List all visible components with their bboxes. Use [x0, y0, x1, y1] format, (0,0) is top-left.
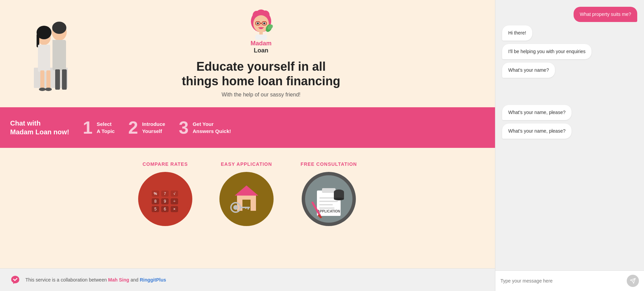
svg-rect-56: [242, 200, 251, 211]
hero-couple-image: [0, 0, 95, 98]
hero-title: Educate yourself in all things home loan…: [176, 59, 346, 88]
svg-text:6: 6: [164, 207, 166, 211]
hero-center: Madam Loan Educate yourself in all thing…: [176, 9, 346, 98]
chat-bubble-left-4: What's your name, please?: [502, 124, 572, 139]
step-1: 1 Select A Topic: [83, 119, 114, 136]
svg-point-58: [233, 205, 238, 210]
svg-rect-64: [322, 188, 336, 193]
chat-bubble-left-1: I'll be helping you with your enquiries: [502, 44, 592, 59]
svg-text:APPLICATION: APPLICATION: [317, 209, 340, 213]
svg-point-15: [45, 88, 52, 91]
chat-bubble-left-0: Hi there!: [502, 25, 532, 41]
svg-text:9: 9: [164, 199, 166, 204]
svg-rect-4: [52, 40, 59, 59]
main-area: Madam Loan Educate yourself in all thing…: [0, 0, 495, 291]
chat-bubble-right-0: What property suits me?: [574, 7, 637, 22]
svg-point-27: [263, 22, 265, 24]
steps-list: 1 Select A Topic 2 Introduce Yourself 3 …: [83, 119, 485, 136]
svg-text:5: 5: [154, 207, 156, 211]
svg-point-72: [334, 198, 344, 200]
chat-cta: Chat with Madam Loan now!: [10, 119, 69, 136]
svg-text:%: %: [154, 192, 157, 196]
hero-section: Madam Loan Educate yourself in all thing…: [0, 0, 495, 107]
svg-point-29: [259, 27, 263, 29]
chat-messages: What property suits me? Hi there! I'll b…: [495, 0, 644, 270]
chat-input-area: [495, 270, 644, 291]
svg-rect-13: [46, 70, 50, 89]
svg-rect-6: [55, 69, 60, 90]
svg-point-26: [257, 22, 259, 24]
svg-text:7: 7: [164, 192, 166, 196]
step-2: 2 Introduce Yourself: [128, 119, 165, 136]
svg-rect-12: [40, 70, 44, 89]
compare-rates-label: COMPARE RATES: [143, 161, 188, 167]
svg-rect-7: [62, 69, 67, 90]
svg-point-5: [52, 22, 66, 34]
free-consultation-label: FREE CONSULTATION: [301, 161, 357, 167]
svg-rect-68: [319, 207, 335, 209]
feature-easy-application: EASY APPLICATION: [219, 161, 274, 255]
svg-rect-67: [319, 204, 333, 205]
svg-rect-11: [38, 45, 50, 72]
send-button[interactable]: [627, 275, 639, 287]
easy-application-label: EASY APPLICATION: [221, 161, 272, 167]
svg-text:÷: ÷: [173, 199, 176, 204]
step-3: 3 Get Your Answers Quick!: [179, 119, 231, 136]
svg-point-14: [39, 88, 46, 91]
svg-rect-60: [248, 207, 249, 209]
compare-rates-image: % 7 √ 8 9 ÷ 5 6: [138, 172, 192, 226]
svg-rect-33: [255, 35, 267, 40]
svg-text:√: √: [173, 192, 176, 196]
features-section: COMPARE RATES % 7 √ 8 9 ÷: [0, 148, 495, 269]
footer-text: This service is a collaboration between …: [25, 277, 166, 283]
hero-subtitle: With the help of our sassy friend!: [222, 92, 301, 98]
svg-text:×: ×: [173, 207, 175, 211]
svg-rect-61: [245, 207, 246, 209]
chat-bubble-left-2: What's your name?: [502, 63, 555, 78]
svg-point-28: [260, 25, 262, 26]
steps-banner: Chat with Madam Loan now! 1 Select A Top…: [0, 107, 495, 148]
feature-compare-rates: COMPARE RATES % 7 √ 8 9 ÷: [138, 161, 192, 255]
easy-application-image: [219, 172, 274, 226]
footer-icon: [10, 275, 20, 285]
free-consultation-image: APPLICATION: [302, 172, 356, 226]
madam-loan-name: Madam Loan: [251, 40, 272, 54]
chat-input[interactable]: [500, 275, 623, 286]
feature-free-consultation: FREE CONSULTATION APPLICATION: [301, 161, 357, 255]
svg-text:8: 8: [154, 199, 156, 204]
madam-loan-logo: Madam Loan: [246, 9, 276, 54]
chat-bubble-left-3: What's your name, please?: [502, 105, 572, 120]
footer: This service is a collaboration between …: [0, 268, 495, 291]
chat-panel: What property suits me? Hi there! I'll b…: [495, 0, 644, 291]
svg-rect-66: [319, 201, 338, 202]
